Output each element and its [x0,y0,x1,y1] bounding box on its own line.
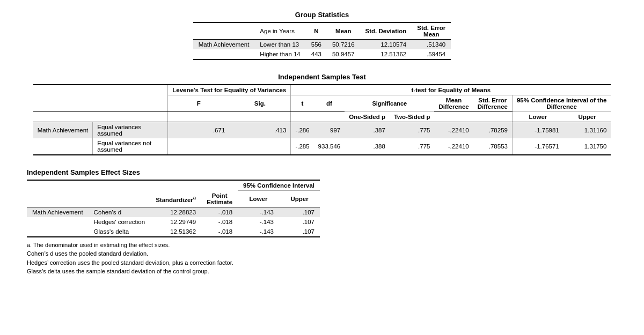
col-n: N [306,23,327,40]
table-cell [229,138,291,155]
table-cell: -.018 [201,227,238,237]
table-cell: 933.546 [314,138,345,155]
ind-test-table: Levene's Test for Equality of Variances … [33,84,611,155]
col-lower: Lower [512,112,563,122]
table-cell [168,138,230,155]
levene-header: Levene's Test for Equality of Variances [168,85,291,95]
sub-label: Equal variances assumed [93,122,168,139]
table-cell: Hedges' correction [89,217,151,227]
effect-sizes-title: Independent Samples Effect Sizes [27,168,633,176]
table-cell: -.143 [238,207,279,217]
table-cell: -.143 [238,217,279,227]
ci-header: 95% Confidence Interval of theDifference [512,95,611,112]
table-cell: .413 [229,122,291,139]
ind-test-header-row1: Levene's Test for Equality of Variances … [33,85,611,95]
table-cell: Math Achievement [27,207,89,217]
effect-ci-header: 95% Confidence Interval [238,180,320,191]
group-stats-title: Group Statistics [11,11,633,19]
col-stddev: Std. Deviation [360,23,412,40]
col-age: Age in Years [254,23,305,40]
table-cell: 12.10574 [360,40,412,50]
effect-sizes-table: 95% Confidence Interval Standardizera Po… [27,180,320,237]
col-stderr: Std. ErrorMean [412,23,451,40]
col-t: t [291,95,314,112]
table-cell: .107 [279,217,320,227]
table-cell: Cohen's d [89,207,151,217]
table-row: Higher than 1444350.945712.51362.59454 [193,49,451,59]
group-stats-table: Age in Years N Mean Std. Deviation Std. … [193,22,451,60]
col-upper: Upper [564,112,611,122]
col-f: F [168,95,230,112]
footnote-line-d: Glass’s delta uses the sample standard d… [27,267,633,276]
sub-label: Equal variances not assumed [93,138,168,155]
table-cell: 443 [306,49,327,59]
table-cell: 12.29749 [150,217,201,227]
table-cell: -.018 [201,217,238,227]
table-cell [27,227,89,237]
table-cell: .78553 [473,138,513,155]
col-ci-upper: Upper [279,191,320,207]
table-cell: 12.51362 [360,49,412,59]
effect-sizes-header-row1: 95% Confidence Interval [27,180,320,191]
col-sig: Sig. [229,95,291,112]
table-row: Math AchievementLower than 1355650.72161… [193,40,451,50]
table-cell: -.018 [201,207,238,217]
row-label [33,138,93,155]
table-cell: -1.75981 [512,122,563,139]
col-twosidedp: Two-Sided p [390,112,435,122]
footnote-line-c: Hedges’ correction uses the pooled stand… [27,258,633,267]
col-stderrdiff: Std. ErrorDifference [473,95,513,112]
col-ci-lower: Lower [238,191,279,207]
table-cell [193,49,255,59]
table-cell: -.285 [291,138,314,155]
table-row: Math AchievementCohen's d12.28823-.018-.… [27,207,320,217]
table-cell: 997 [314,122,345,139]
table-cell: -1.76571 [512,138,563,155]
table-cell: 12.28823 [150,207,201,217]
footnote-line-b: Cohen’s d uses the pooled standard devia… [27,249,633,258]
ind-test-header-row3: One-Sided p Two-Sided p Lower Upper [33,112,611,122]
table-row: Hedges' correction12.29749-.018-.143.107 [27,217,320,227]
table-cell: Glass's delta [89,227,151,237]
table-cell: .775 [390,138,435,155]
table-cell: 50.9457 [327,49,360,59]
table-row: Math AchievementEqual variances assumed.… [33,122,611,139]
table-cell: 556 [306,40,327,50]
col-df: df [314,95,345,112]
table-cell: Math Achievement [193,40,255,50]
table-cell: -.143 [238,227,279,237]
effect-sizes-header-row2: Standardizera PointEstimate Lower Upper [27,191,320,207]
ind-test-title: Independent Samples Test [11,73,633,81]
sig-header: Significance [345,95,434,112]
footnote: a. The denominator used in estimating th… [27,241,633,276]
table-cell: 12.51362 [150,227,201,237]
table-row: Glass's delta12.51362-.018-.143.107 [27,227,320,237]
col-standardizer: Standardizera [150,191,201,207]
col-onesidedp: One-Sided p [345,112,390,122]
col-mean: Mean [327,23,360,40]
table-cell: Higher than 14 [254,49,305,59]
footnote-line-a: a. The denominator used in estimating th… [27,241,633,250]
table-cell: 50.7216 [327,40,360,50]
ttest-header: t-test for Equality of Means [291,85,611,95]
ind-test-header-row2: F Sig. t df Significance MeanDifference … [33,95,611,112]
table-row: Equal variances not assumed-.285933.546.… [33,138,611,155]
table-cell: .387 [345,122,390,139]
table-cell: .671 [168,122,230,139]
table-cell: Lower than 13 [254,40,305,50]
row-label: Math Achievement [33,122,93,139]
table-cell: .107 [279,207,320,217]
table-cell: 1.31750 [564,138,611,155]
table-cell: -.22410 [434,122,473,139]
table-cell: .51340 [412,40,451,50]
table-cell: .59454 [412,49,451,59]
table-cell: -.286 [291,122,314,139]
table-cell: 1.31160 [564,122,611,139]
col-point-estimate: PointEstimate [201,191,238,207]
table-cell: .775 [390,122,435,139]
group-stats-header-row: Age in Years N Mean Std. Deviation Std. … [193,23,451,40]
col-meandiff: MeanDifference [434,95,473,112]
table-cell [27,217,89,227]
table-cell: -.22410 [434,138,473,155]
table-cell: .78259 [473,122,513,139]
